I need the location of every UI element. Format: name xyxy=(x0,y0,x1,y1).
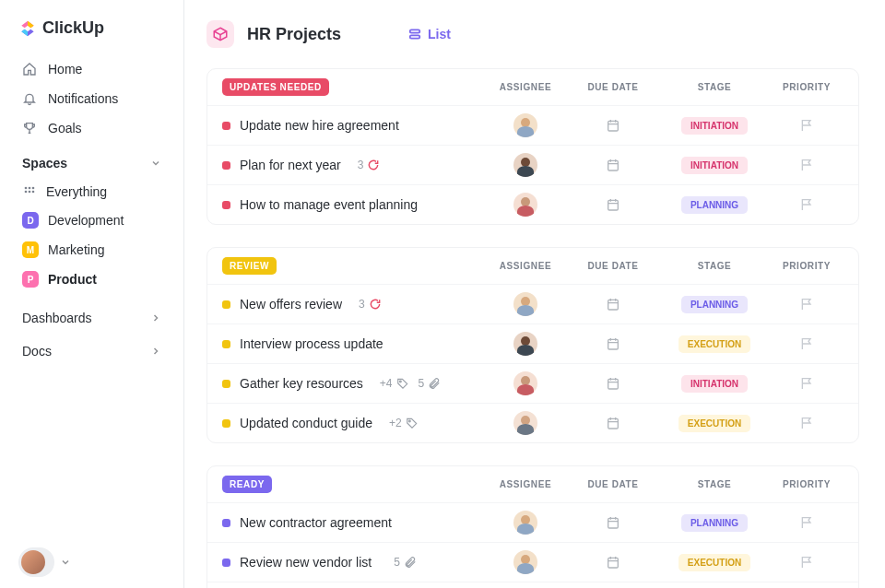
flag-icon[interactable] xyxy=(799,118,814,133)
due-date-cell[interactable] xyxy=(567,118,659,133)
due-date-cell[interactable] xyxy=(567,515,659,530)
calendar-icon[interactable] xyxy=(606,158,620,172)
task-row[interactable]: Update new hire agreement INITIATION xyxy=(207,105,858,145)
due-date-cell[interactable] xyxy=(567,555,659,570)
sidebar-dashboards[interactable]: Dashboards xyxy=(9,301,174,335)
home-icon xyxy=(22,62,37,76)
flag-icon[interactable] xyxy=(799,197,814,212)
stage-pill[interactable]: INITIATION xyxy=(681,117,748,135)
priority-cell[interactable] xyxy=(770,118,844,133)
task-group: REVIEW ASSIGNEE DUE DATE STAGE PRIORITY … xyxy=(206,247,859,443)
stage-pill[interactable]: EXECUTION xyxy=(678,415,750,432)
priority-cell[interactable] xyxy=(770,158,844,172)
calendar-icon[interactable] xyxy=(606,416,620,430)
flag-icon[interactable] xyxy=(799,515,814,530)
task-title-text: Plan for next year xyxy=(240,158,341,172)
svg-rect-6 xyxy=(410,29,420,32)
due-date-cell[interactable] xyxy=(567,297,659,312)
due-date-cell[interactable] xyxy=(567,336,659,351)
svg-point-3 xyxy=(25,191,28,194)
calendar-icon[interactable] xyxy=(606,297,620,312)
sidebar-docs-label: Docs xyxy=(22,344,52,359)
avatar[interactable] xyxy=(513,153,537,177)
spaces-header[interactable]: Spaces xyxy=(9,143,174,178)
avatar[interactable] xyxy=(513,371,537,395)
flag-icon[interactable] xyxy=(799,158,814,172)
task-title-text: Gather key resources xyxy=(240,376,363,391)
task-row[interactable]: Update key objectives 5 EXECUTION xyxy=(207,582,858,588)
priority-cell[interactable] xyxy=(770,336,844,351)
task-row[interactable]: Plan for next year 3 INITIATION xyxy=(207,145,858,184)
task-row[interactable]: Updated conduct guide +2 EXECUTION xyxy=(207,403,858,442)
stage-pill[interactable]: PLANNING xyxy=(681,514,748,532)
sidebar-item-space[interactable]: M Marketing xyxy=(9,235,174,265)
group-status-pill[interactable]: UPDATES NEEDED xyxy=(222,78,329,96)
group-status-pill[interactable]: READY xyxy=(222,476,272,493)
due-date-cell[interactable] xyxy=(567,158,659,172)
flag-icon[interactable] xyxy=(799,297,814,312)
calendar-icon[interactable] xyxy=(606,376,620,391)
stage-pill[interactable]: EXECUTION xyxy=(678,335,750,353)
calendar-icon[interactable] xyxy=(606,336,620,351)
calendar-icon[interactable] xyxy=(606,118,620,133)
flag-icon[interactable] xyxy=(799,376,814,391)
avatar[interactable] xyxy=(513,292,537,316)
nav-home[interactable]: Home xyxy=(9,54,174,84)
priority-cell[interactable] xyxy=(770,376,844,391)
svg-rect-10 xyxy=(608,200,619,210)
task-row[interactable]: Gather key resources +45 INITIATION xyxy=(207,363,858,403)
task-row[interactable]: Review new vendor list 5 EXECUTION xyxy=(207,542,858,582)
brand-logo[interactable]: ClickUp xyxy=(9,18,174,54)
calendar-icon[interactable] xyxy=(606,555,620,570)
task-row[interactable]: New contractor agreement PLANNING xyxy=(207,502,858,542)
flag-icon[interactable] xyxy=(799,555,814,570)
calendar-icon[interactable] xyxy=(606,197,620,212)
sidebar-item-everything[interactable]: Everything xyxy=(9,178,174,206)
task-title-text: How to manage event planning xyxy=(240,197,418,212)
task-title-text: Review new vendor list xyxy=(240,555,372,570)
priority-cell[interactable] xyxy=(770,297,844,312)
avatar[interactable] xyxy=(513,511,537,535)
nav-goals[interactable]: Goals xyxy=(9,113,174,143)
task-row[interactable]: How to manage event planning PLANNING xyxy=(207,184,858,224)
chevron-right-icon xyxy=(150,346,161,357)
priority-cell[interactable] xyxy=(770,555,844,570)
group-status-pill[interactable]: REVIEW xyxy=(222,257,277,275)
priority-cell[interactable] xyxy=(770,515,844,530)
task-row[interactable]: Interview process update EXECUTION xyxy=(207,323,858,363)
avatar[interactable] xyxy=(513,193,537,217)
bell-icon xyxy=(22,91,37,106)
column-header-duedate: DUE DATE xyxy=(567,479,659,489)
priority-cell[interactable] xyxy=(770,197,844,212)
stage-pill[interactable]: INITIATION xyxy=(681,157,748,174)
sidebar-docs[interactable]: Docs xyxy=(9,335,174,368)
due-date-cell[interactable] xyxy=(567,416,659,430)
stage-pill[interactable]: EXECUTION xyxy=(678,554,750,571)
svg-rect-18 xyxy=(608,558,619,568)
avatar[interactable] xyxy=(513,332,537,356)
avatar[interactable] xyxy=(513,550,537,574)
flag-icon[interactable] xyxy=(799,336,814,351)
nav-notifications[interactable]: Notifications xyxy=(9,84,174,113)
stage-pill[interactable]: PLANNING xyxy=(681,296,748,313)
avatar[interactable] xyxy=(513,113,537,137)
sidebar-item-space[interactable]: P Product xyxy=(9,265,174,294)
calendar-icon[interactable] xyxy=(606,515,620,530)
task-row[interactable]: New offers review 3 PLANNING xyxy=(207,284,858,323)
user-menu[interactable] xyxy=(18,547,71,577)
priority-cell[interactable] xyxy=(770,416,844,430)
view-list-button[interactable]: List xyxy=(400,23,458,45)
task-title-text: New contractor agreement xyxy=(240,515,392,530)
stage-pill[interactable]: INITIATION xyxy=(681,375,748,393)
extra-count: +4 xyxy=(380,377,393,390)
column-header-assignee: ASSIGNEE xyxy=(484,479,567,489)
grid-icon xyxy=(22,184,37,199)
due-date-cell[interactable] xyxy=(567,376,659,391)
svg-rect-11 xyxy=(608,300,619,310)
avatar[interactable] xyxy=(513,411,537,435)
flag-icon[interactable] xyxy=(799,416,814,430)
status-dot xyxy=(222,559,230,567)
stage-pill[interactable]: PLANNING xyxy=(681,196,748,214)
due-date-cell[interactable] xyxy=(567,197,659,212)
sidebar-item-space[interactable]: D Development xyxy=(9,206,174,235)
